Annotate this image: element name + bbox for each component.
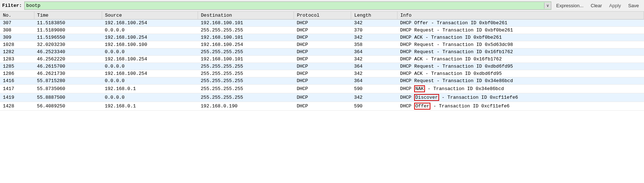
cell-length: 358 xyxy=(351,41,397,48)
cell-source: 192.168.100.254 xyxy=(102,56,198,63)
cell-no: 1417 xyxy=(0,85,34,93)
apply-button[interactable]: Apply xyxy=(606,2,624,9)
cell-length: 590 xyxy=(351,102,397,111)
cell-protocol: DHCP xyxy=(294,48,351,56)
cell-destination: 192.168.100.101 xyxy=(198,34,294,41)
cell-length: 342 xyxy=(351,70,397,77)
cell-info: DHCP ACK - Transaction ID 0xbf0be261 xyxy=(397,34,644,41)
table-row[interactable]: 128246.25233400.0.0.0255.255.255.255DHCP… xyxy=(0,48,644,56)
cell-length: 590 xyxy=(351,85,397,93)
cell-source: 192.168.0.1 xyxy=(102,85,198,93)
expression-button[interactable]: Expression... xyxy=(553,2,586,9)
cell-info: DHCP NAK - Transaction ID 0x34e86bcd xyxy=(397,85,644,93)
cell-time: 46.2523340 xyxy=(34,48,102,56)
table-row[interactable]: 128546.26157000.0.0.0255.255.255.255DHCP… xyxy=(0,63,644,70)
cell-destination: 255.255.255.255 xyxy=(198,63,294,70)
table-row[interactable]: 30811.51890800.0.0.0255.255.255.255DHCP3… xyxy=(0,27,644,34)
table-row[interactable]: 128346.2562220192.168.100.254192.168.100… xyxy=(0,56,644,63)
cell-destination: 255.255.255.255 xyxy=(198,93,294,102)
cell-no: 307 xyxy=(0,20,34,27)
cell-time: 46.2621730 xyxy=(34,70,102,77)
cell-source: 192.168.100.254 xyxy=(102,34,198,41)
filter-dropdown-button[interactable]: ∨ xyxy=(544,3,551,9)
cell-length: 370 xyxy=(351,27,397,34)
cell-time: 11.5189080 xyxy=(34,27,102,34)
cell-info: DHCP Request - Transaction ID 0xbf0be261 xyxy=(397,27,644,34)
cell-no: 1028 xyxy=(0,41,34,48)
cell-source: 192.168.0.1 xyxy=(102,102,198,111)
cell-no: 1419 xyxy=(0,93,34,102)
cell-length: 342 xyxy=(351,34,397,41)
cell-source: 192.168.100.254 xyxy=(102,70,198,77)
cell-source: 0.0.0.0 xyxy=(102,77,198,85)
col-header-no: No. xyxy=(0,12,34,20)
filter-input-wrapper: ∨ xyxy=(24,1,551,10)
cell-source: 0.0.0.0 xyxy=(102,93,198,102)
cell-info: DHCP ACK - Transaction ID 0xdbd6fd95 xyxy=(397,70,644,77)
cell-destination: 255.255.255.255 xyxy=(198,70,294,77)
cell-info: DHCP Offer - Transaction ID 0xcf11efe6 xyxy=(397,102,644,111)
cell-time: 55.8887500 xyxy=(34,93,102,102)
cell-time: 55.8715280 xyxy=(34,77,102,85)
cell-time: 55.8735060 xyxy=(34,85,102,93)
cell-length: 364 xyxy=(351,77,397,85)
filter-input[interactable] xyxy=(25,2,544,9)
cell-destination: 192.168.100.101 xyxy=(198,56,294,63)
col-header-time: Time xyxy=(34,12,102,20)
cell-destination: 192.168.100.101 xyxy=(198,20,294,27)
packet-table: No. Time Source Destination Protocol Len… xyxy=(0,12,644,111)
cell-time: 11.5183850 xyxy=(34,20,102,27)
cell-time: 11.5196550 xyxy=(34,34,102,41)
clear-button[interactable]: Clear xyxy=(588,2,605,9)
table-row[interactable]: 141655.87152800.0.0.0255.255.255.255DHCP… xyxy=(0,77,644,85)
info-prefix: DHCP xyxy=(400,103,414,109)
cell-info: DHCP Request - Transaction ID 0x5d63dc98 xyxy=(397,41,644,48)
info-highlight-nak: NAK xyxy=(414,85,425,92)
cell-destination: 255.255.255.255 xyxy=(198,77,294,85)
cell-length: 342 xyxy=(351,93,397,102)
cell-protocol: DHCP xyxy=(294,102,351,111)
cell-no: 309 xyxy=(0,34,34,41)
info-prefix: DHCP xyxy=(400,86,414,92)
info-highlight-discover: Discover xyxy=(414,94,439,101)
cell-destination: 255.255.255.255 xyxy=(198,27,294,34)
cell-protocol: DHCP xyxy=(294,56,351,63)
table-row[interactable]: 30911.5196550192.168.100.254192.168.100.… xyxy=(0,34,644,41)
cell-destination: 255.255.255.255 xyxy=(198,48,294,56)
cell-no: 1283 xyxy=(0,56,34,63)
info-highlight-offer: Offer xyxy=(414,103,430,110)
cell-length: 364 xyxy=(351,48,397,56)
cell-source: 192.168.100.254 xyxy=(102,20,198,27)
cell-no: 1285 xyxy=(0,63,34,70)
cell-no: 308 xyxy=(0,27,34,34)
cell-protocol: DHCP xyxy=(294,41,351,48)
cell-source: 0.0.0.0 xyxy=(102,48,198,56)
table-row[interactable]: 141955.88875000.0.0.0255.255.255.255DHCP… xyxy=(0,93,644,102)
cell-time: 46.2562220 xyxy=(34,56,102,63)
cell-info: DHCP ACK - Transaction ID 0x16fb1762 xyxy=(397,56,644,63)
table-header-row: No. Time Source Destination Protocol Len… xyxy=(0,12,644,20)
table-row[interactable]: 102832.0203230192.168.100.100192.168.100… xyxy=(0,41,644,48)
filter-actions: Expression... Clear Apply Save xyxy=(553,2,642,9)
cell-protocol: DHCP xyxy=(294,27,351,34)
cell-no: 1286 xyxy=(0,70,34,77)
cell-no: 1428 xyxy=(0,102,34,111)
col-header-protocol: Protocol xyxy=(294,12,351,20)
cell-destination: 192.168.0.190 xyxy=(198,102,294,111)
info-prefix: DHCP xyxy=(400,95,414,100)
table-row[interactable]: 128646.2621730192.168.100.254255.255.255… xyxy=(0,70,644,77)
col-header-destination: Destination xyxy=(198,12,294,20)
table-row[interactable]: 142856.4089250192.168.0.1192.168.0.190DH… xyxy=(0,102,644,111)
cell-length: 364 xyxy=(351,63,397,70)
cell-protocol: DHCP xyxy=(294,93,351,102)
info-suffix: - Transaction ID 0xcf11efe6 xyxy=(439,95,518,100)
cell-info: DHCP Request - Transaction ID 0xdbd6fd95 xyxy=(397,63,644,70)
cell-protocol: DHCP xyxy=(294,34,351,41)
cell-destination: 192.168.100.254 xyxy=(198,41,294,48)
col-header-length: Length xyxy=(351,12,397,20)
col-header-source: Source xyxy=(102,12,198,20)
cell-no: 1416 xyxy=(0,77,34,85)
table-row[interactable]: 141755.8735060192.168.0.1255.255.255.255… xyxy=(0,85,644,93)
save-button[interactable]: Save xyxy=(625,2,642,9)
table-row[interactable]: 30711.5183850192.168.100.254192.168.100.… xyxy=(0,20,644,27)
